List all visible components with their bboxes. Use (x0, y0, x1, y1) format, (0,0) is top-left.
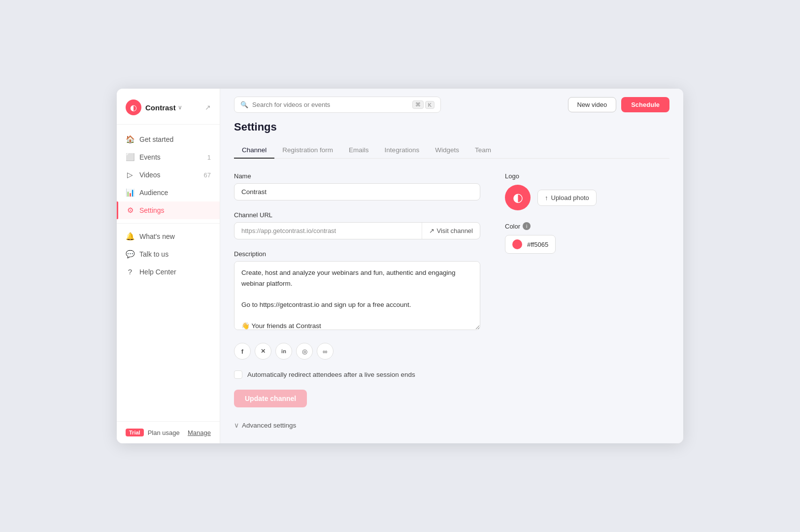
upload-icon: ↑ (545, 194, 548, 201)
chevron-down-icon: ∨ (234, 421, 239, 429)
sidebar-item-label: Settings (139, 206, 165, 214)
sidebar-item-label: Talk to us (139, 250, 168, 258)
sidebar-external-link-icon[interactable]: ↗ (205, 103, 211, 111)
sidebar: ◐ Contrast ∨ ↗ 🏠 Get started ⬜ Events 1 … (117, 89, 220, 443)
update-channel-button[interactable]: Update channel (234, 390, 307, 407)
schedule-button[interactable]: Schedule (621, 97, 669, 112)
kbd-k: K (425, 101, 434, 109)
tab-integrations[interactable]: Integrations (377, 142, 428, 159)
home-icon: 🏠 (126, 135, 134, 144)
channel-url-label: Channel URL (234, 211, 480, 219)
color-label: Color (505, 223, 520, 230)
chat-icon: 💬 (126, 250, 134, 259)
new-video-button[interactable]: New video (568, 97, 617, 112)
form-left-column: Name Channel URL ↗ Visit channel (234, 172, 480, 429)
settings-tabs: Channel Registration form Emails Integra… (234, 142, 669, 159)
bell-icon: 🔔 (126, 232, 134, 241)
link-social-button[interactable]: ∞ (317, 343, 333, 360)
app-brand-name: Contrast (145, 103, 176, 112)
channel-url-input[interactable] (234, 223, 422, 239)
instagram-social-button[interactable]: ◎ (296, 343, 313, 360)
advanced-settings-row[interactable]: ∨ Advanced settings (234, 421, 480, 429)
upload-photo-button[interactable]: ↑ Upload photo (537, 190, 597, 206)
page-title: Settings (234, 121, 669, 133)
sidebar-item-help-center[interactable]: ? Help Center (117, 263, 220, 280)
tab-registration-form[interactable]: Registration form (274, 142, 341, 159)
redirect-checkbox[interactable] (234, 370, 242, 379)
logo-preview: ◐ (505, 185, 531, 210)
twitter-social-button[interactable]: ✕ (255, 343, 271, 360)
visit-channel-button[interactable]: ↗ Visit channel (422, 223, 480, 239)
sidebar-item-settings[interactable]: ⚙ Settings (117, 201, 220, 219)
upload-photo-label: Upload photo (551, 194, 589, 201)
sidebar-item-audience[interactable]: 📊 Audience (117, 184, 220, 201)
color-hex-value: #ff5065 (527, 241, 548, 248)
sidebar-item-label: Events (139, 153, 161, 161)
color-label-row: Color i (505, 222, 613, 230)
sidebar-item-label: Audience (139, 189, 168, 197)
sidebar-item-label: Get started (139, 135, 173, 143)
tab-emails[interactable]: Emails (341, 142, 377, 159)
sidebar-logo[interactable]: ◐ Contrast ∨ ↗ (117, 89, 220, 125)
sidebar-item-label: Help Center (139, 268, 176, 276)
audience-icon: 📊 (126, 188, 134, 197)
redirect-checkbox-row: Automatically redirect attendees after a… (234, 370, 480, 379)
topbar-actions: New video Schedule (568, 97, 670, 112)
name-input[interactable] (234, 183, 480, 200)
kbd-cmd: ⌘ (412, 100, 424, 109)
sidebar-item-events[interactable]: ⬜ Events 1 (117, 148, 220, 166)
topbar: 🔍 ⌘ K New video Schedule (220, 89, 683, 121)
brand-chevron-icon: ∨ (178, 104, 182, 111)
facebook-icon: f (241, 348, 243, 355)
sidebar-item-label: What's new (139, 233, 175, 240)
advanced-settings-label: Advanced settings (242, 422, 296, 429)
color-swatch (512, 239, 522, 249)
tab-widgets[interactable]: Widgets (427, 142, 467, 159)
plan-usage-link[interactable]: Plan usage (148, 429, 180, 436)
social-icons-row: f ✕ in ◎ ∞ (234, 343, 480, 360)
color-picker-button[interactable]: #ff5065 (505, 235, 556, 254)
settings-icon: ⚙ (126, 206, 134, 215)
linkedin-icon: in (281, 348, 286, 354)
content-area: Settings Channel Registration form Email… (220, 121, 683, 443)
channel-url-input-row: ↗ Visit channel (234, 222, 480, 239)
tab-channel[interactable]: Channel (234, 142, 274, 159)
name-label: Name (234, 172, 480, 180)
sidebar-item-whats-new[interactable]: 🔔 What's new (117, 228, 220, 245)
instagram-icon: ◎ (302, 348, 307, 355)
color-info-icon: i (523, 222, 531, 230)
name-form-group: Name (234, 172, 480, 200)
logo-section: Logo ◐ ↑ Upload photo (505, 172, 613, 210)
videos-icon: ▷ (126, 170, 134, 179)
redirect-label: Automatically redirect attendees after a… (247, 371, 415, 378)
tab-team[interactable]: Team (467, 142, 499, 159)
sidebar-item-talk-to-us[interactable]: 💬 Talk to us (117, 245, 220, 263)
settings-form: Name Channel URL ↗ Visit channel (234, 172, 669, 429)
logo-preview-row: ◐ ↑ Upload photo (505, 185, 613, 210)
logo-label: Logo (505, 172, 613, 180)
channel-url-form-group: Channel URL ↗ Visit channel (234, 211, 480, 239)
events-icon: ⬜ (126, 153, 134, 162)
color-section: Color i #ff5065 (505, 222, 613, 254)
twitter-x-icon: ✕ (261, 348, 266, 355)
search-input[interactable] (252, 101, 408, 108)
main-area: 🔍 ⌘ K New video Schedule Settings Channe… (220, 89, 683, 443)
linkedin-social-button[interactable]: in (275, 343, 292, 360)
sidebar-bottom: Trial Plan usage Manage (117, 421, 220, 443)
search-bar[interactable]: 🔍 ⌘ K (234, 97, 441, 113)
form-right-column: Logo ◐ ↑ Upload photo Color (505, 172, 613, 429)
app-logo-icon: ◐ (126, 100, 141, 115)
sidebar-item-get-started[interactable]: 🏠 Get started (117, 131, 220, 148)
link-icon: ∞ (323, 348, 327, 355)
sidebar-item-videos[interactable]: ▷ Videos 67 (117, 166, 220, 184)
sidebar-nav: 🏠 Get started ⬜ Events 1 ▷ Videos 67 📊 A… (117, 125, 220, 421)
sidebar-item-label: Videos (139, 171, 161, 179)
events-count: 1 (207, 154, 211, 161)
search-icon: 🔍 (240, 101, 248, 108)
facebook-social-button[interactable]: f (234, 343, 251, 360)
trial-badge: Trial (126, 429, 144, 436)
manage-link[interactable]: Manage (188, 429, 211, 436)
description-form-group: Description Create, host and analyze you… (234, 250, 480, 332)
videos-count: 67 (204, 171, 211, 179)
description-textarea[interactable]: Create, host and analyze your webinars a… (234, 261, 480, 330)
